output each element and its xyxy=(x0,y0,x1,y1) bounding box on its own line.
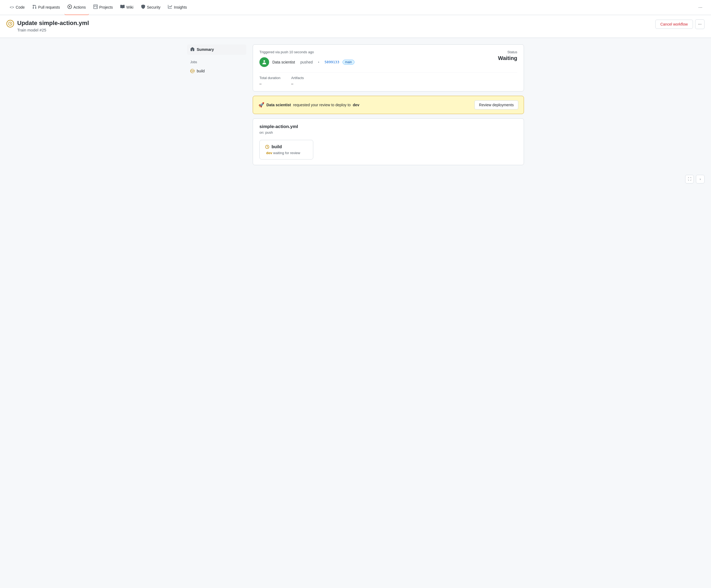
more-options-button[interactable]: ··· xyxy=(695,19,705,29)
nav-security[interactable]: Security xyxy=(138,0,164,15)
header-clock-icon xyxy=(6,20,14,27)
commit-hash[interactable]: 5899133 xyxy=(325,60,339,64)
nav-more-button[interactable]: ··· xyxy=(696,2,705,13)
nav-right-button[interactable]: › xyxy=(696,175,705,183)
status-section: Status Waiting xyxy=(498,50,517,61)
nav-projects[interactable]: Projects xyxy=(90,0,116,15)
nav-security-label: Security xyxy=(147,5,161,9)
job-status-icon xyxy=(190,69,195,73)
page-subtitle: Train model #25 xyxy=(17,28,89,32)
pull-requests-icon xyxy=(32,5,37,10)
info-card: Triggered via push 10 seconds ago Data s… xyxy=(253,44,524,91)
sidebar: Summary Jobs build xyxy=(187,44,246,165)
review-deployments-button[interactable]: Review deployments xyxy=(474,100,518,110)
clock-small-svg xyxy=(191,69,193,73)
header-text-block: Update simple-action.yml Train model #25 xyxy=(17,19,89,32)
nav-insights[interactable]: Insights xyxy=(165,0,190,15)
job-sub-text: waiting for review xyxy=(272,151,300,155)
job-clock-icon xyxy=(265,145,270,149)
insights-icon xyxy=(168,5,172,10)
nav-wiki-label: Wiki xyxy=(126,5,133,9)
pushed-label: pushed xyxy=(300,60,313,64)
nav-insights-label: Insights xyxy=(174,5,187,9)
security-icon xyxy=(141,5,145,10)
workflow-filename: simple-action.yml xyxy=(259,124,517,129)
cancel-workflow-button[interactable]: Cancel workflow xyxy=(655,20,693,29)
artifacts-section: Artifacts – xyxy=(291,76,304,86)
main-layout: Summary Jobs build Triggered via push 10… xyxy=(180,38,531,172)
commit-icon xyxy=(317,60,321,64)
rocket-icon: 🚀 xyxy=(258,102,264,108)
review-banner-text: 🚀 Data scientist requested your review t… xyxy=(258,102,359,108)
clock-svg xyxy=(8,22,13,26)
nav-code-label: Code xyxy=(16,5,24,9)
top-nav: <> Code Pull requests Actions Projects W… xyxy=(0,0,711,15)
sidebar-summary-item[interactable]: Summary xyxy=(187,44,246,55)
wiki-icon xyxy=(120,5,125,10)
code-icon: <> xyxy=(10,5,14,9)
job-box-build[interactable]: build dev waiting for review xyxy=(259,140,313,159)
total-duration-value: – xyxy=(259,82,280,86)
artifacts-value: – xyxy=(291,82,304,86)
branch-badge[interactable]: main xyxy=(343,60,354,65)
actor-name-block: Data scientist xyxy=(272,60,295,64)
job-box-sub: dev waiting for review xyxy=(265,151,308,155)
nav-code[interactable]: <> Code xyxy=(6,0,28,15)
nav-actions-label: Actions xyxy=(73,5,86,9)
projects-icon xyxy=(93,5,98,10)
nav-pull-requests[interactable]: Pull requests xyxy=(29,0,63,15)
main-content: Triggered via push 10 seconds ago Data s… xyxy=(253,44,524,165)
trigger-info: Data scientist pushed 5899133 main xyxy=(259,57,354,67)
status-value: Waiting xyxy=(498,55,517,61)
nav-projects-label: Projects xyxy=(99,5,113,9)
actor-avatar xyxy=(259,57,269,67)
actions-icon xyxy=(68,5,72,10)
review-environment: dev xyxy=(353,103,359,107)
nav-actions[interactable]: Actions xyxy=(64,0,89,15)
total-duration-label: Total duration xyxy=(259,76,280,80)
job-box-header: build xyxy=(265,144,308,149)
home-icon xyxy=(190,47,195,52)
page-header: Update simple-action.yml Train model #25… xyxy=(0,15,711,38)
sidebar-job-build[interactable]: build xyxy=(187,67,246,75)
workflow-card: simple-action.yml on: push build dev wai… xyxy=(253,118,524,165)
job-environment-bold: dev xyxy=(266,151,272,155)
nav-pull-requests-label: Pull requests xyxy=(38,5,60,9)
header-title-section: Update simple-action.yml Train model #25 xyxy=(6,19,89,32)
header-status-icon-wrap xyxy=(6,20,14,27)
sidebar-summary-label: Summary xyxy=(197,47,214,52)
zoom-button[interactable]: ⛶ xyxy=(685,175,694,183)
review-actor-name: Data scientist xyxy=(266,103,291,107)
actor-name: Data scientist xyxy=(272,60,295,64)
sidebar-job-build-label: build xyxy=(197,69,205,73)
trigger-left: Triggered via push 10 seconds ago Data s… xyxy=(259,50,354,67)
review-banner: 🚀 Data scientist requested your review t… xyxy=(253,96,524,114)
status-label: Status xyxy=(498,50,517,54)
trigger-text: Triggered via push 10 seconds ago xyxy=(259,50,354,54)
total-duration-section: Total duration – xyxy=(259,76,280,86)
artifacts-label: Artifacts xyxy=(291,76,304,80)
nav-wiki[interactable]: Wiki xyxy=(117,0,136,15)
header-actions: Cancel workflow ··· xyxy=(655,19,705,29)
page-title: Update simple-action.yml xyxy=(17,19,89,27)
review-message-part1: requested your review to deploy to xyxy=(293,103,351,107)
meta-row: Total duration – Artifacts – xyxy=(259,72,517,86)
job-box-label: build xyxy=(272,144,282,149)
sidebar-jobs-label: Jobs xyxy=(187,59,246,65)
trigger-row: Triggered via push 10 seconds ago Data s… xyxy=(259,50,517,67)
workflow-trigger: on: push xyxy=(259,131,517,135)
bottom-bar: ⛶ › xyxy=(0,172,711,187)
